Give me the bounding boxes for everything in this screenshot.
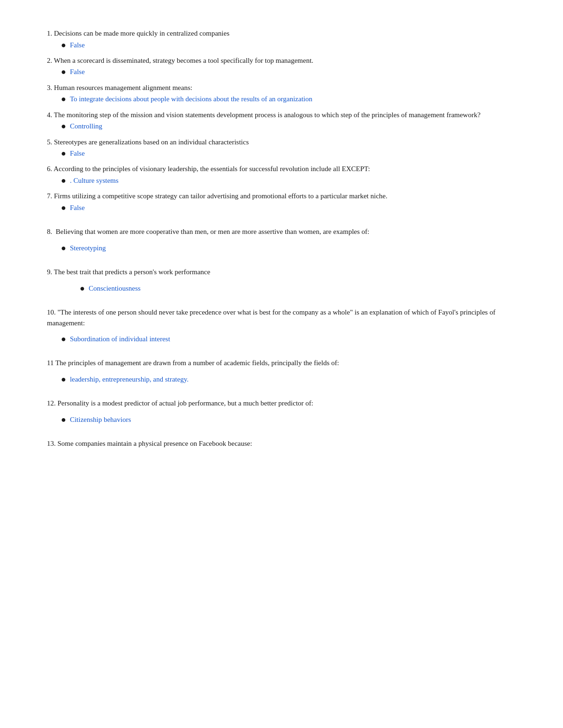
- q1-text: 1. Decisions can be made more quickly in…: [47, 28, 516, 39]
- q12-text: 12. Personality is a modest predictor of…: [47, 398, 516, 409]
- q5-text: 5. Stereotypes are generalizations based…: [47, 137, 516, 148]
- q1-answers: ● False: [61, 40, 516, 51]
- spacer: [47, 329, 516, 334]
- bullet-icon: ●: [61, 203, 66, 213]
- spacer: [47, 410, 516, 414]
- list-item: ● False: [61, 67, 516, 77]
- q4-answer: Controlling: [70, 121, 102, 132]
- q8-text: 8. Believing that women are more coopera…: [47, 226, 516, 237]
- list-item: ● Citizenship behaviors: [61, 414, 516, 425]
- q3-text: 3. Human resources management alignment …: [47, 83, 516, 93]
- question-2: 2. When a scorecard is disseminated, str…: [47, 55, 516, 78]
- bullet-icon: ●: [61, 414, 66, 425]
- q10-answers: ● Subordination of individual interest: [61, 334, 516, 345]
- q7-answer: False: [70, 203, 85, 213]
- question-4: 4. The monitoring step of the mission an…: [47, 110, 516, 132]
- list-item: ● Subordination of individual interest: [61, 334, 516, 345]
- spacer-after-10: [47, 349, 516, 358]
- question-11: 11 The principles of management are draw…: [47, 358, 516, 385]
- question-10: 10. "The interests of one person should …: [47, 307, 516, 345]
- spacer-after-8: [47, 258, 516, 267]
- bullet-icon: ●: [61, 67, 66, 77]
- q7-text: 7. Firms utilizing a competitive scope s…: [47, 191, 516, 202]
- spacer-after-11: [47, 390, 516, 398]
- bullet-icon: ●: [80, 283, 85, 294]
- list-item: ● False: [61, 148, 516, 159]
- list-item: ● Controlling: [61, 121, 516, 132]
- q5-answers: ● False: [61, 148, 516, 159]
- q10-text: 10. "The interests of one person should …: [47, 307, 516, 328]
- question-8: 8. Believing that women are more coopera…: [47, 226, 516, 254]
- bullet-icon: ●: [61, 243, 66, 254]
- q8-answers: ● Stereotyping: [61, 243, 516, 254]
- list-item: ● False: [61, 40, 516, 51]
- q2-text: 2. When a scorecard is disseminated, str…: [47, 55, 516, 66]
- bullet-icon: ●: [61, 374, 66, 385]
- bullet-icon: ●: [61, 40, 66, 51]
- bullet-icon: ●: [61, 334, 66, 345]
- spacer: [47, 238, 516, 243]
- q4-answers: ● Controlling: [61, 121, 516, 132]
- q6-answers: ● . Culture systems: [61, 175, 516, 186]
- spacer-after-12: [47, 430, 516, 438]
- q7-answers: ● False: [61, 203, 516, 213]
- question-5: 5. Stereotypes are generalizations based…: [47, 137, 516, 159]
- list-item: ● Conscientiousness: [80, 283, 516, 294]
- q3-answer: To integrate decisions about people with…: [70, 94, 312, 105]
- bullet-icon: ●: [61, 94, 66, 105]
- q6-text: 6. According to the principles of vision…: [47, 164, 516, 174]
- list-item: ● Stereotyping: [61, 243, 516, 254]
- list-item: ● . Culture systems: [61, 175, 516, 186]
- q9-answers: ● Conscientiousness: [80, 283, 516, 294]
- spacer: [47, 278, 516, 283]
- q4-text: 4. The monitoring step of the mission an…: [47, 110, 516, 120]
- spacer-after-7: [47, 218, 516, 226]
- q2-answers: ● False: [61, 67, 516, 77]
- question-13: 13. Some companies maintain a physical p…: [47, 438, 516, 449]
- bullet-icon: ●: [61, 148, 66, 159]
- bullet-icon: ●: [61, 175, 66, 186]
- spacer-after-9: [47, 299, 516, 307]
- q9-answer: Conscientiousness: [89, 283, 141, 294]
- bullet-icon: ●: [61, 121, 66, 132]
- list-item: ● leadership, entrepreneurship, and stra…: [61, 374, 516, 385]
- q11-answers: ● leadership, entrepreneurship, and stra…: [61, 374, 516, 385]
- q13-text: 13. Some companies maintain a physical p…: [47, 438, 516, 449]
- question-6: 6. According to the principles of vision…: [47, 164, 516, 186]
- spacer: [47, 369, 516, 374]
- question-7: 7. Firms utilizing a competitive scope s…: [47, 191, 516, 213]
- list-item: ● False: [61, 203, 516, 213]
- content-area: 1. Decisions can be made more quickly in…: [47, 28, 516, 449]
- q9-text: 9. The best trait that predicts a person…: [47, 267, 516, 278]
- q12-answer: Citizenship behaviors: [70, 414, 131, 425]
- q6-answer: . Culture systems: [70, 175, 119, 186]
- q5-answer: False: [70, 148, 85, 159]
- q12-answers: ● Citizenship behaviors: [61, 414, 516, 425]
- q10-answer: Subordination of individual interest: [70, 334, 170, 345]
- question-12: 12. Personality is a modest predictor of…: [47, 398, 516, 425]
- question-1: 1. Decisions can be made more quickly in…: [47, 28, 516, 51]
- question-3: 3. Human resources management alignment …: [47, 83, 516, 105]
- q11-answer: leadership, entrepreneurship, and strate…: [70, 374, 189, 385]
- question-9: 9. The best trait that predicts a person…: [47, 267, 516, 294]
- q1-answer: False: [70, 40, 85, 51]
- list-item: ● To integrate decisions about people wi…: [61, 94, 516, 105]
- q8-answer: Stereotyping: [70, 243, 106, 254]
- q3-answers: ● To integrate decisions about people wi…: [61, 94, 516, 105]
- q11-text: 11 The principles of management are draw…: [47, 358, 516, 368]
- q2-answer: False: [70, 67, 85, 77]
